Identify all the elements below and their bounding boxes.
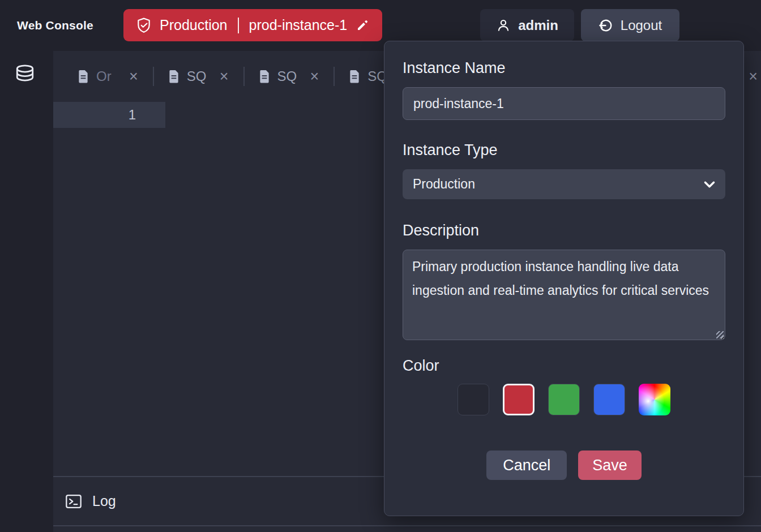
color-label: Color bbox=[403, 357, 725, 375]
tab-close-icon[interactable]: × bbox=[128, 69, 139, 84]
description-textarea[interactable]: Primary production instance handling liv… bbox=[403, 250, 725, 340]
database-icon[interactable] bbox=[14, 63, 36, 86]
document-icon bbox=[348, 70, 361, 83]
cancel-button[interactable]: Cancel bbox=[486, 451, 567, 480]
app-title: Web Console bbox=[17, 0, 93, 51]
pencil-icon[interactable] bbox=[356, 19, 369, 32]
tab-divider bbox=[334, 67, 335, 86]
logout-icon bbox=[598, 18, 613, 33]
logout-button[interactable]: Logout bbox=[581, 9, 679, 41]
color-swatch-rainbow[interactable] bbox=[639, 384, 670, 415]
description-field-wrap: Primary production instance handling liv… bbox=[403, 250, 725, 340]
environment-badge[interactable]: Production prod-instance-1 bbox=[123, 9, 382, 41]
tab-label: SQ bbox=[277, 68, 302, 84]
tab-label: SQ bbox=[187, 68, 212, 84]
color-swatch-row bbox=[403, 384, 725, 415]
web-console-screen: Web Console Production prod-instance-1 bbox=[0, 0, 761, 532]
editor-tab-2[interactable]: SQ × bbox=[161, 68, 237, 84]
instance-type-select[interactable]: Production bbox=[403, 169, 725, 199]
person-icon bbox=[496, 18, 511, 33]
document-icon bbox=[168, 70, 180, 83]
document-icon bbox=[258, 70, 271, 83]
editor-tab-1[interactable]: Or × bbox=[70, 68, 146, 84]
chevron-down-icon bbox=[704, 181, 715, 188]
current-line-gutter: 1 bbox=[53, 102, 165, 128]
log-panel-label: Log bbox=[92, 493, 116, 509]
resize-handle[interactable] bbox=[716, 331, 724, 338]
line-number: 1 bbox=[129, 107, 136, 123]
instance-type-label: Instance Type bbox=[403, 141, 725, 159]
save-button[interactable]: Save bbox=[578, 451, 642, 480]
editor-tab-3[interactable]: SQ × bbox=[251, 68, 327, 84]
instance-name-label: Instance Name bbox=[403, 59, 725, 77]
badge-environment-label: Production bbox=[160, 17, 228, 33]
document-icon bbox=[77, 70, 89, 83]
tab-divider bbox=[243, 67, 245, 86]
user-chip: admin bbox=[480, 9, 574, 41]
instance-name-input[interactable] bbox=[403, 87, 725, 120]
tab-close-icon[interactable]: × bbox=[309, 69, 320, 84]
tab-close-icon[interactable]: × bbox=[219, 69, 230, 84]
instance-type-selected-value: Production bbox=[413, 177, 475, 192]
username: admin bbox=[518, 18, 558, 33]
dialog-button-row: Cancel Save bbox=[403, 451, 725, 480]
tab-divider bbox=[153, 67, 154, 86]
description-label: Description bbox=[403, 222, 725, 239]
sidebar bbox=[0, 51, 53, 532]
logout-label: Logout bbox=[621, 18, 662, 33]
color-swatch-green[interactable] bbox=[548, 384, 580, 415]
color-swatch-blue[interactable] bbox=[593, 384, 625, 415]
shield-check-icon bbox=[136, 18, 151, 33]
instance-settings-dialog: Instance Name Instance Type Production D… bbox=[384, 41, 744, 516]
terminal-icon bbox=[65, 493, 82, 510]
tab-label: Or bbox=[96, 68, 121, 84]
color-swatch-default[interactable] bbox=[458, 384, 489, 415]
badge-instance-name: prod-instance-1 bbox=[249, 17, 348, 33]
color-swatch-red[interactable] bbox=[503, 384, 535, 415]
badge-separator bbox=[238, 18, 239, 33]
tab-close-icon-overflow[interactable]: × bbox=[749, 51, 758, 102]
